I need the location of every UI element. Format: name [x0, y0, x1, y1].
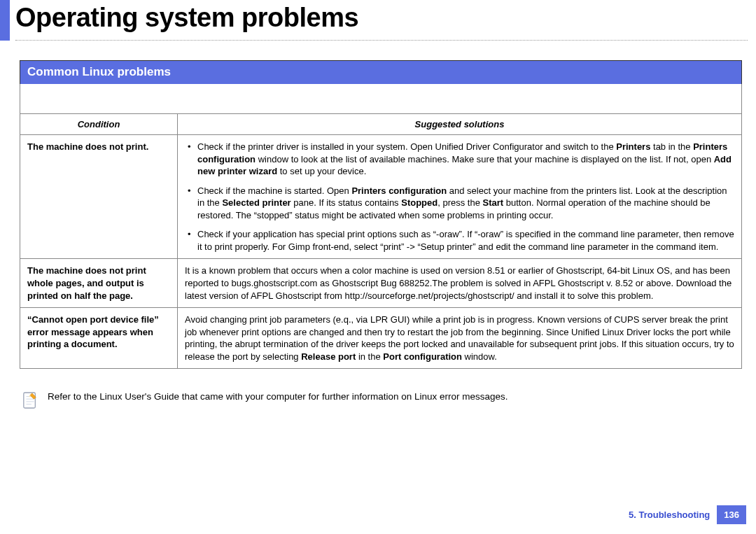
footer-page-number: 136 [717, 505, 746, 524]
footer-chapter: 5. Troubleshooting [622, 505, 717, 524]
content-area: Common Linux problems Condition Suggeste… [0, 41, 756, 409]
note-row: Refer to the Linux User's Guide that cam… [20, 391, 742, 409]
solution-cell: Avoid changing print job parameters (e.q… [178, 308, 742, 369]
col-header-condition: Condition [20, 113, 178, 135]
page-footer: 5. Troubleshooting 136 [622, 505, 746, 524]
page-title: Operating system problems [0, 0, 756, 40]
solution-cell: It is a known problem that occurs when a… [178, 259, 742, 308]
list-item: Check if the machine is started. Open Pr… [185, 185, 734, 222]
table-row: The machine does not print whole pages, … [20, 259, 742, 308]
list-item: Check if the printer driver is installed… [185, 141, 734, 178]
solution-cell: Check if the printer driver is installed… [178, 135, 742, 259]
table-row: “Cannot open port device file” error mes… [20, 308, 742, 369]
section-header: Common Linux problems [20, 60, 742, 84]
top-accent-bar [0, 0, 10, 41]
condition-cell: The machine does not print whole pages, … [20, 259, 178, 308]
note-icon [22, 391, 38, 409]
problems-table: Condition Suggested solutions The machin… [20, 84, 742, 369]
note-text: Refer to the Linux User's Guide that cam… [48, 391, 508, 402]
condition-cell: “Cannot open port device file” error mes… [20, 308, 178, 369]
table-row: The machine does not print. Check if the… [20, 135, 742, 259]
list-item: Check if your application has special pr… [185, 228, 734, 253]
table-header-row: Condition Suggested solutions [20, 113, 742, 135]
col-header-solutions: Suggested solutions [178, 113, 742, 135]
condition-cell: The machine does not print. [20, 135, 178, 259]
